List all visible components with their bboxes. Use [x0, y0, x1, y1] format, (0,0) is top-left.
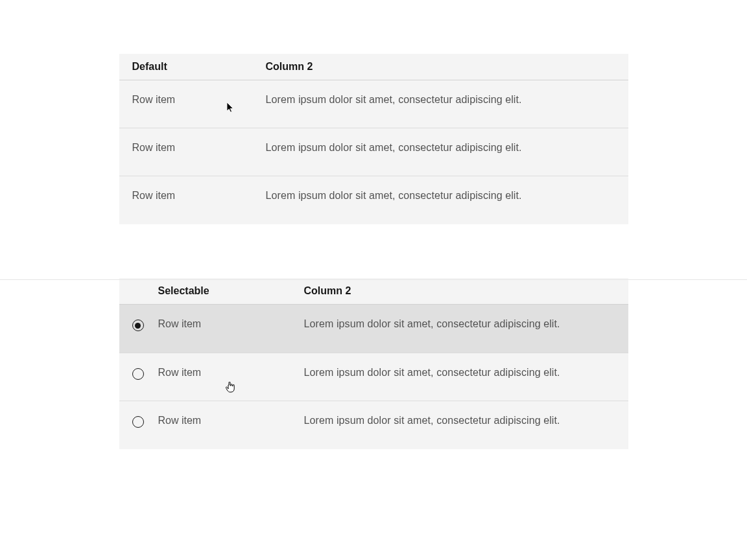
- row-cell: Lorem ipsum dolor sit amet, consectetur …: [266, 190, 522, 202]
- row-cell: Row item: [119, 142, 266, 154]
- radio-button[interactable]: [132, 368, 144, 380]
- row-cell: Lorem ipsum dolor sit amet, consectetur …: [304, 367, 560, 379]
- row-cell: Row item: [119, 94, 266, 106]
- column-header: Column 2: [304, 285, 351, 297]
- table-row: Row item Lorem ipsum dolor sit amet, con…: [119, 128, 628, 176]
- row-cell: Row item: [158, 318, 304, 330]
- column-header: Selectable: [119, 285, 304, 297]
- row-cell: Row item: [158, 367, 304, 379]
- row-cell: Lorem ipsum dolor sit amet, consectetur …: [266, 142, 522, 154]
- default-data-table: Default Column 2 Row item Lorem ipsum do…: [119, 54, 628, 224]
- table-header: Default Column 2: [119, 54, 628, 80]
- table-row[interactable]: Row item Lorem ipsum dolor sit amet, con…: [119, 401, 628, 449]
- row-cell: Row item: [119, 190, 266, 202]
- row-cell: Lorem ipsum dolor sit amet, consectetur …: [304, 318, 560, 330]
- table-row: Row item Lorem ipsum dolor sit amet, con…: [119, 80, 628, 128]
- radio-button-selected[interactable]: [132, 320, 144, 331]
- row-cell: Lorem ipsum dolor sit amet, consectetur …: [304, 415, 560, 426]
- column-header: Column 2: [266, 61, 313, 73]
- table-row[interactable]: Row item Lorem ipsum dolor sit amet, con…: [119, 353, 628, 401]
- column-header: Default: [119, 61, 266, 73]
- table-row[interactable]: Row item Lorem ipsum dolor sit amet, con…: [119, 305, 628, 353]
- radio-cell: [119, 415, 158, 428]
- radio-cell: [119, 318, 158, 331]
- row-cell: Lorem ipsum dolor sit amet, consectetur …: [266, 94, 522, 106]
- radio-cell: [119, 367, 158, 380]
- table-header: Selectable Column 2: [119, 278, 628, 305]
- radio-button[interactable]: [132, 416, 144, 428]
- table-row: Row item Lorem ipsum dolor sit amet, con…: [119, 176, 628, 224]
- row-cell: Row item: [158, 415, 304, 426]
- section-divider: [0, 279, 747, 280]
- selectable-data-table: Selectable Column 2 Row item Lorem ipsum…: [119, 278, 628, 449]
